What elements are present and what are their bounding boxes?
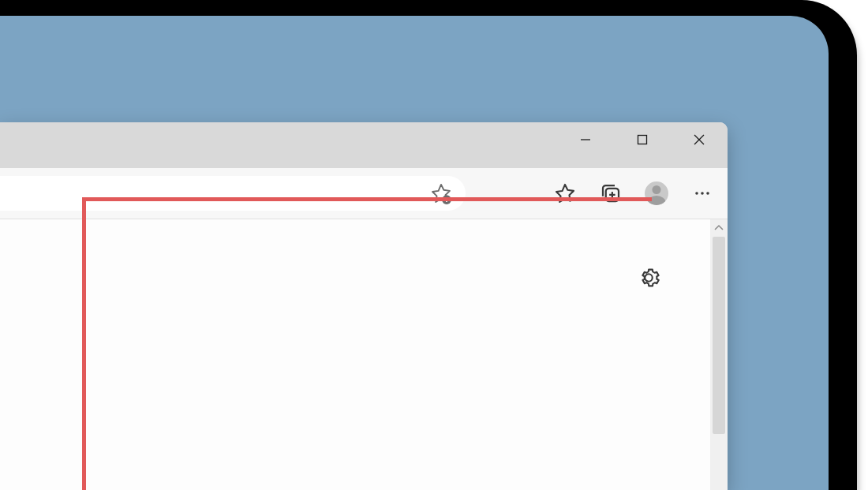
- window-controls: [557, 122, 728, 157]
- address-bar[interactable]: [0, 176, 466, 211]
- favorites-button[interactable]: [543, 175, 587, 211]
- ellipsis-icon: [693, 184, 712, 203]
- star-icon: [554, 182, 576, 204]
- svg-point-11: [701, 192, 704, 195]
- svg-rect-1: [638, 136, 647, 144]
- gear-icon: [637, 266, 660, 290]
- avatar-icon: [645, 181, 668, 205]
- scroll-thumb[interactable]: [713, 237, 725, 434]
- svg-point-12: [706, 192, 709, 195]
- more-button[interactable]: [680, 175, 724, 211]
- svg-point-10: [695, 192, 698, 195]
- maximize-button[interactable]: [614, 122, 671, 157]
- minimize-button[interactable]: [557, 122, 614, 157]
- close-button[interactable]: [671, 122, 728, 157]
- collections-icon: [599, 181, 623, 205]
- scroll-up-button[interactable]: [710, 219, 728, 237]
- page-settings-button[interactable]: [631, 260, 666, 295]
- toolbar: [0, 168, 728, 219]
- maximize-icon: [636, 133, 649, 146]
- titlebar: [0, 122, 728, 168]
- collections-button[interactable]: [589, 175, 633, 211]
- chevron-up-icon: [714, 223, 724, 233]
- vertical-scrollbar[interactable]: [710, 219, 728, 490]
- add-favorite-button[interactable]: [423, 175, 459, 211]
- close-icon: [693, 133, 705, 146]
- browser-window: [0, 122, 728, 490]
- minimize-icon: [579, 133, 592, 146]
- page-viewport: [0, 219, 728, 490]
- profile-button[interactable]: [634, 175, 679, 211]
- star-plus-icon: [430, 182, 452, 204]
